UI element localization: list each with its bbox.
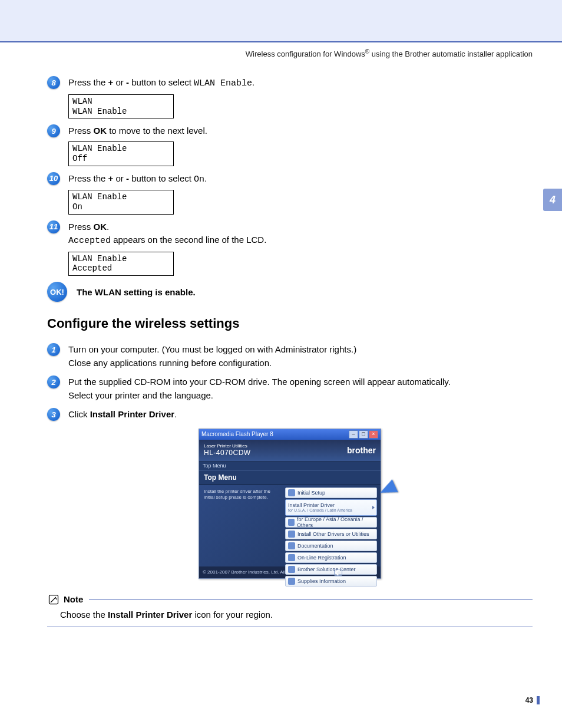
step-number: 2: [47, 375, 60, 388]
close-icon[interactable]: ×: [369, 430, 378, 439]
ok-badge-icon: OK!: [47, 282, 67, 302]
step-9: 9 Press OK to move to the next level.: [47, 124, 533, 138]
step-2: 2 Put the supplied CD-ROM into your CD-R…: [47, 375, 533, 402]
menu-item-other-drivers[interactable]: Install Other Drivers or Utilities: [285, 529, 377, 539]
step-8: 8 Press the + or - button to select WLAN…: [47, 76, 533, 91]
menu-item-initial-setup[interactable]: Initial Setup: [285, 487, 377, 498]
step-text: Turn on your computer. (You must be logg…: [68, 343, 533, 370]
step-text: Press OK.Accepted appears on the second …: [68, 220, 533, 248]
lcd-display: WLAN EnableOff: [68, 141, 174, 166]
note-block: Note Choose the Install Printer Driver i…: [47, 593, 533, 627]
step-number: 1: [47, 343, 60, 356]
menu-list: Initial Setup Install Printer Driver for…: [285, 485, 381, 566]
step-number: 3: [47, 408, 60, 421]
maximize-icon[interactable]: □: [359, 430, 368, 439]
step-10: 10 Press the + or - button to select On.: [47, 172, 533, 187]
note-bottom-rule: [47, 627, 533, 627]
step-1: 1 Turn on your computer. (You must be lo…: [47, 343, 533, 370]
app-header: Laser Printer Utilities HL-4070CDW broth…: [199, 440, 381, 461]
note-label: Note: [64, 594, 83, 604]
breadcrumb: Top Menu: [199, 461, 381, 470]
lcd-display: WLANWLAN Enable: [68, 94, 174, 119]
menu-item-solutions[interactable]: Brother Solutions Center: [285, 564, 377, 575]
step-text: Press the + or - button to select On.: [68, 172, 533, 187]
running-header: Wireless configuration for Windows® usin…: [47, 48, 533, 58]
window-titlebar: Macromedia Flash Player 8 – □ ×: [199, 429, 381, 440]
top-band: [0, 0, 562, 41]
supplies-icon: [288, 578, 295, 585]
ok-text: The WLAN setting is enable.: [77, 287, 196, 297]
ok-callout: OK! The WLAN setting is enable.: [47, 282, 533, 302]
menu-item-registration[interactable]: On-Line Registration: [285, 552, 377, 563]
menu-item-other-region[interactable]: for Europe / Asia / Oceania / Others: [285, 517, 377, 528]
lcd-display: WLAN EnableOn: [68, 190, 174, 215]
pen-icon: [288, 554, 295, 561]
step-number: 9: [47, 124, 60, 137]
menu-item-install-driver[interactable]: Install Printer Driver for U.S.A. / Cana…: [285, 499, 377, 516]
step-text: Put the supplied CD-ROM into your CD-ROM…: [68, 375, 533, 402]
step-number: 10: [47, 172, 60, 185]
menu-item-documentation[interactable]: Documentation: [285, 541, 377, 551]
page-number: 43: [525, 696, 540, 704]
step-text: Press OK to move to the next level.: [68, 124, 533, 138]
step-text: Press the + or - button to select WLAN E…: [68, 76, 533, 91]
brand-logo: brother: [347, 446, 376, 455]
menu-heading: Top Menu: [199, 470, 381, 485]
chapter-tab: 4: [543, 189, 562, 211]
window-title: Macromedia Flash Player 8: [201, 431, 273, 437]
tools-icon: [288, 531, 295, 538]
product-category: Laser Printer Utilities: [204, 443, 251, 449]
setup-icon: [288, 489, 295, 496]
section-heading: Configure the wireless settings: [47, 316, 533, 331]
lcd-display: WLAN EnableAccepted: [68, 252, 174, 276]
step-number: 8: [47, 76, 60, 89]
step-number: 11: [47, 220, 60, 233]
globe-icon: [288, 519, 295, 526]
step-11: 11 Press OK.Accepted appears on the seco…: [47, 220, 533, 248]
support-icon: [288, 566, 295, 573]
step-3: 3 Click Install Printer Driver.: [47, 408, 533, 421]
back-icon[interactable]: [334, 569, 342, 576]
doc-icon: [288, 542, 295, 549]
product-model: HL-4070CDW: [204, 449, 251, 457]
installer-screenshot: Macromedia Flash Player 8 – □ × Laser Pr…: [199, 429, 381, 579]
note-body: Choose the Install Printer Driver icon f…: [60, 610, 533, 620]
menu-item-supplies[interactable]: Supplies Information: [285, 576, 377, 587]
note-icon: [47, 593, 60, 606]
sidebar-description: Install the printer driver after the ini…: [199, 485, 285, 566]
top-border: [0, 41, 562, 42]
step-text: Click Install Printer Driver.: [68, 408, 533, 421]
chevron-right-icon: [372, 506, 375, 509]
minimize-icon[interactable]: –: [349, 430, 358, 439]
note-rule: [89, 599, 533, 599]
